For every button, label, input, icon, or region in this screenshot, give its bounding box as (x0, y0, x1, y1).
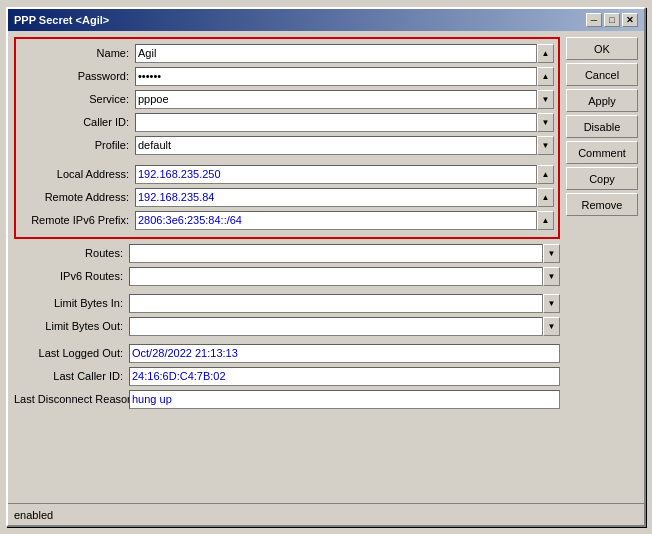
password-row: Password: ▲ (20, 66, 554, 86)
remote-ipv6-input[interactable] (135, 211, 537, 230)
password-scroll-up[interactable]: ▲ (537, 67, 554, 86)
routes-input[interactable] (129, 244, 543, 263)
limit-bytes-in-label: Limit Bytes In: (14, 297, 129, 309)
last-disconnect-input[interactable] (129, 390, 560, 409)
profile-row: Profile: ▼ (20, 135, 554, 155)
last-disconnect-field-container (129, 390, 560, 409)
last-caller-id-input[interactable] (129, 367, 560, 386)
password-field-container: ▲ (135, 67, 554, 86)
title-bar: PPP Secret <Agil> ─ □ ✕ (8, 9, 644, 31)
service-row: Service: ▼ (20, 89, 554, 109)
routes-dropdown-btn[interactable]: ▼ (543, 244, 560, 263)
window-title: PPP Secret <Agil> (14, 14, 109, 26)
ipv6-routes-field-container: ▼ (129, 267, 560, 286)
limit-bytes-out-label: Limit Bytes Out: (14, 320, 129, 332)
routes-label: Routes: (14, 247, 129, 259)
callerid-input[interactable] (135, 113, 537, 132)
ipv6-routes-row: IPv6 Routes: ▼ (14, 266, 560, 286)
content-area: Name: ▲ Password: ▲ Service: (8, 31, 644, 503)
callerid-dropdown-btn[interactable]: ▼ (537, 113, 554, 132)
last-caller-id-field-container (129, 367, 560, 386)
limit-bytes-out-input[interactable] (129, 317, 543, 336)
comment-button[interactable]: Comment (566, 141, 638, 164)
name-row: Name: ▲ (20, 43, 554, 63)
last-caller-id-row: Last Caller ID: (14, 366, 560, 386)
last-logged-out-row: Last Logged Out: (14, 343, 560, 363)
local-address-field-container: ▲ (135, 165, 554, 184)
cancel-button[interactable]: Cancel (566, 63, 638, 86)
apply-button[interactable]: Apply (566, 89, 638, 112)
profile-label: Profile: (20, 139, 135, 151)
maximize-button[interactable]: □ (604, 13, 620, 27)
profile-dropdown-btn[interactable]: ▼ (537, 136, 554, 155)
service-field-container: ▼ (135, 90, 554, 109)
remote-address-field-container: ▲ (135, 188, 554, 207)
service-dropdown-btn[interactable]: ▼ (537, 90, 554, 109)
service-label: Service: (20, 93, 135, 105)
profile-field-container: ▼ (135, 136, 554, 155)
highlighted-section: Name: ▲ Password: ▲ Service: (14, 37, 560, 239)
status-text: enabled (14, 509, 53, 521)
last-caller-id-label: Last Caller ID: (14, 370, 129, 382)
remote-ipv6-label: Remote IPv6 Prefix: (20, 214, 135, 226)
routes-field-container: ▼ (129, 244, 560, 263)
limit-bytes-in-input[interactable] (129, 294, 543, 313)
remote-ipv6-field-container: ▲ (135, 211, 554, 230)
title-bar-buttons: ─ □ ✕ (586, 13, 638, 27)
callerid-field-container: ▼ (135, 113, 554, 132)
last-logged-out-label: Last Logged Out: (14, 347, 129, 359)
copy-button[interactable]: Copy (566, 167, 638, 190)
limit-bytes-in-dropdown-btn[interactable]: ▼ (543, 294, 560, 313)
ipv6-routes-label: IPv6 Routes: (14, 270, 129, 282)
last-logged-out-input[interactable] (129, 344, 560, 363)
remote-address-scroll-up[interactable]: ▲ (537, 188, 554, 207)
last-disconnect-row: Last Disconnect Reason: (14, 389, 560, 409)
limit-bytes-in-row: Limit Bytes In: ▼ (14, 293, 560, 313)
remote-ipv6-scroll-up[interactable]: ▲ (537, 211, 554, 230)
name-label: Name: (20, 47, 135, 59)
main-window: PPP Secret <Agil> ─ □ ✕ Name: ▲ (6, 7, 646, 527)
local-address-row: Local Address: ▲ (20, 164, 554, 184)
local-address-label: Local Address: (20, 168, 135, 180)
last-logged-out-field-container (129, 344, 560, 363)
callerid-label: Caller ID: (20, 116, 135, 128)
name-field-container: ▲ (135, 44, 554, 63)
limit-bytes-out-field-container: ▼ (129, 317, 560, 336)
local-address-scroll-up[interactable]: ▲ (537, 165, 554, 184)
service-input[interactable] (135, 90, 537, 109)
ipv6-routes-input[interactable] (129, 267, 543, 286)
last-disconnect-label: Last Disconnect Reason: (14, 393, 129, 405)
password-label: Password: (20, 70, 135, 82)
ipv6-routes-dropdown-btn[interactable]: ▼ (543, 267, 560, 286)
disable-button[interactable]: Disable (566, 115, 638, 138)
name-input[interactable] (135, 44, 537, 63)
callerid-row: Caller ID: ▼ (20, 112, 554, 132)
local-address-input[interactable] (135, 165, 537, 184)
name-scroll-up[interactable]: ▲ (537, 44, 554, 63)
form-area: Name: ▲ Password: ▲ Service: (14, 37, 560, 497)
close-button[interactable]: ✕ (622, 13, 638, 27)
side-buttons: OK Cancel Apply Disable Comment Copy Rem… (566, 37, 638, 497)
routes-row: Routes: ▼ (14, 243, 560, 263)
remote-address-input[interactable] (135, 188, 537, 207)
remote-ipv6-row: Remote IPv6 Prefix: ▲ (20, 210, 554, 230)
remove-button[interactable]: Remove (566, 193, 638, 216)
ok-button[interactable]: OK (566, 37, 638, 60)
remote-address-label: Remote Address: (20, 191, 135, 203)
limit-bytes-in-field-container: ▼ (129, 294, 560, 313)
password-input[interactable] (135, 67, 537, 86)
limit-bytes-out-dropdown-btn[interactable]: ▼ (543, 317, 560, 336)
status-bar: enabled (8, 503, 644, 525)
minimize-button[interactable]: ─ (586, 13, 602, 27)
profile-input[interactable] (135, 136, 537, 155)
limit-bytes-out-row: Limit Bytes Out: ▼ (14, 316, 560, 336)
remote-address-row: Remote Address: ▲ (20, 187, 554, 207)
